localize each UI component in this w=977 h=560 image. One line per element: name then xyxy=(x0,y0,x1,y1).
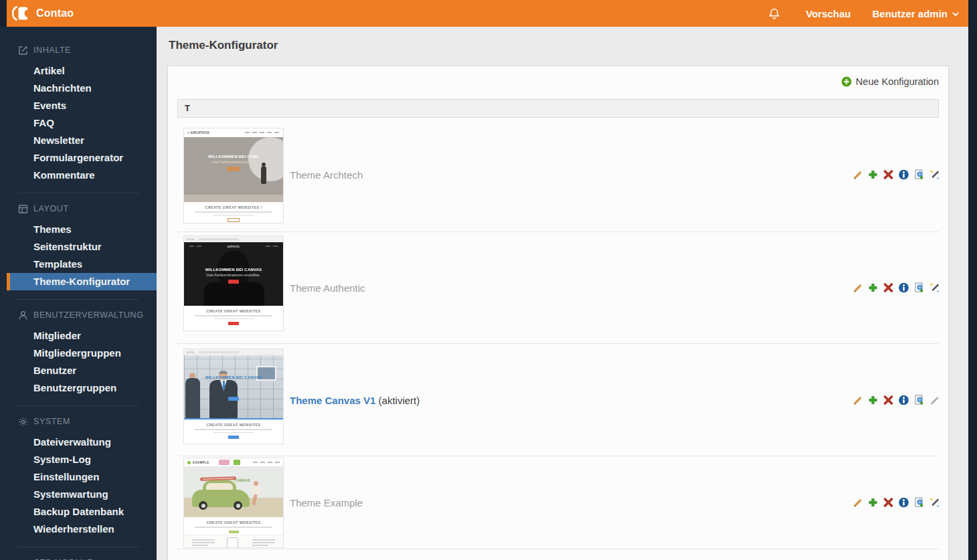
theme-row-archtech: + ARCHTECH WILLKOMMEN BEI CANV Viele Far… xyxy=(177,118,939,232)
edit-pencil-icon[interactable] xyxy=(852,497,863,508)
apply-wand-icon[interactable] xyxy=(929,497,940,508)
edit-pencil-icon[interactable] xyxy=(852,169,863,181)
activated-label: (aktiviert) xyxy=(375,394,420,405)
duplicate-plus-icon[interactable] xyxy=(867,497,879,508)
sidebar-item-theme-konfigurator[interactable]: Theme-Konfigurator xyxy=(7,273,157,290)
sidebar-item-wiederherstellen[interactable]: Wiederherstellen xyxy=(0,521,157,538)
sidebar-item-newsletter[interactable]: Newsletter xyxy=(0,132,157,149)
panel-toolbar: Neue Konfiguration xyxy=(168,66,948,99)
apply-wand-icon-disabled xyxy=(929,394,940,405)
duplicate-plus-icon[interactable] xyxy=(867,169,879,181)
apply-wand-icon[interactable] xyxy=(929,282,940,294)
delete-x-icon[interactable] xyxy=(883,169,894,181)
sidebar-item-dateiverwaltung[interactable]: Dateiverwaltung xyxy=(0,434,157,451)
chevron-down-icon xyxy=(952,12,959,17)
sidebar-item-mitgliedergruppen[interactable]: Mitgliedergruppen xyxy=(0,345,157,362)
duplicate-plus-icon[interactable] xyxy=(867,282,879,294)
apply-wand-icon[interactable] xyxy=(929,169,940,181)
edit-icon xyxy=(17,45,28,56)
section-layout: LAYOUT xyxy=(0,200,157,217)
row-actions xyxy=(852,497,940,508)
topbar: Contao Vorschau Benutzer admin xyxy=(7,0,968,27)
theme-name: Theme Canvas V1 (aktiviert) xyxy=(290,394,420,405)
theme-name-link[interactable]: Theme Canvas V1 xyxy=(290,394,375,405)
row-actions xyxy=(852,394,940,405)
main-content: Theme-Konfigurator Neue Konfiguration T … xyxy=(157,27,968,560)
sidebar-item-kommentare[interactable]: Kommentare xyxy=(0,167,157,184)
theme-row-canvas-v1: WILLKOMMEN BEI CANVAS CREATE GREAT WEBSI… xyxy=(177,344,939,456)
sidebar-divider xyxy=(17,193,139,193)
info-icon[interactable] xyxy=(898,282,909,294)
theme-name: Theme Authentic xyxy=(290,282,365,294)
info-icon[interactable] xyxy=(898,394,909,405)
section-benutzerverwaltung: BENUTZERVERWALTUNG xyxy=(0,306,157,324)
theme-thumbnail-canvas-v1: WILLKOMMEN BEI CANVAS CREATE GREAT WEBSI… xyxy=(183,349,284,444)
sidebar-item-faq[interactable]: FAQ xyxy=(0,114,157,132)
info-icon[interactable] xyxy=(898,497,909,508)
theme-thumbnail-archtech: + ARCHTECH WILLKOMMEN BEI CANV Viele Far… xyxy=(183,128,284,223)
sidebar-item-templates[interactable]: Templates xyxy=(0,256,157,273)
sidebar-item-mitglieder[interactable]: Mitglieder xyxy=(0,327,157,345)
sidebar-item-nachrichten[interactable]: Nachrichten xyxy=(0,80,157,97)
theme-list-panel: Neue Konfiguration T + ARCHTECH WILLKOMM… xyxy=(167,66,949,560)
sidebar-item-backup-datenbank[interactable]: Backup Datenbank xyxy=(0,503,157,521)
sidebar-divider xyxy=(17,547,139,547)
page-title: Theme-Konfigurator xyxy=(169,39,278,52)
sidebar-item-seitenstruktur[interactable]: Seitenstruktur xyxy=(0,238,157,256)
import-theme-icon[interactable] xyxy=(913,282,925,294)
sidebar: INHALTE Artikel Nachrichten Events FAQ N… xyxy=(0,27,157,560)
delete-x-icon[interactable] xyxy=(883,394,894,405)
delete-x-icon[interactable] xyxy=(883,282,894,294)
duplicate-plus-icon[interactable] xyxy=(867,394,879,405)
user-menu[interactable]: Benutzer admin xyxy=(872,8,959,19)
user-icon xyxy=(17,310,28,320)
user-menu-label: Benutzer admin xyxy=(872,8,948,19)
theme-name: Theme Archtech xyxy=(290,169,363,181)
plus-circle-icon xyxy=(841,76,852,87)
delete-x-icon[interactable] xyxy=(883,497,894,508)
sidebar-item-formulargenerator[interactable]: Formulargenerator xyxy=(0,149,157,167)
sidebar-item-artikel[interactable]: Artikel xyxy=(0,62,157,80)
theme-name: Theme Example xyxy=(290,497,363,508)
row-actions xyxy=(852,282,940,294)
section-cts-module: CTS-MODULE xyxy=(0,554,157,560)
section-system: SYSTEM xyxy=(0,413,157,430)
edit-pencil-icon[interactable] xyxy=(852,282,863,294)
sidebar-item-systemwartung[interactable]: Systemwartung xyxy=(0,486,157,503)
sidebar-item-einstellungen[interactable]: Einstellungen xyxy=(0,468,157,486)
sidebar-divider xyxy=(17,405,139,406)
gear-icon xyxy=(17,416,28,427)
info-icon[interactable] xyxy=(898,169,909,181)
theme-thumbnail-authentic: authentic WILLKOMMEN BEI CANVAS Viele Fa… xyxy=(183,236,284,331)
sidebar-divider xyxy=(17,299,139,300)
group-header-T: T xyxy=(177,99,939,118)
layout-icon xyxy=(17,203,28,214)
row-actions xyxy=(852,169,940,181)
sidebar-item-benutzergruppen[interactable]: Benutzergruppen xyxy=(0,379,157,397)
sidebar-item-events[interactable]: Events xyxy=(0,97,157,114)
section-inhalte: INHALTE xyxy=(0,41,157,59)
theme-row-example: EXAMPLE CANVAS CREATE GREAT WEBSITES xyxy=(177,456,939,549)
window-edge xyxy=(968,0,977,560)
brand-title: Contao xyxy=(36,7,74,19)
sidebar-item-themes[interactable]: Themes xyxy=(0,221,157,238)
sidebar-item-system-log[interactable]: System-Log xyxy=(0,451,157,468)
new-configuration-button[interactable]: Neue Konfiguration xyxy=(841,76,939,87)
sidebar-item-benutzer[interactable]: Benutzer xyxy=(0,362,157,379)
contao-logo-icon[interactable] xyxy=(12,5,30,22)
theme-row-authentic: authentic WILLKOMMEN BEI CANVAS Viele Fa… xyxy=(177,232,939,344)
edit-pencil-icon[interactable] xyxy=(852,394,863,405)
import-theme-icon[interactable] xyxy=(913,394,925,405)
import-theme-icon[interactable] xyxy=(913,497,925,508)
import-theme-icon[interactable] xyxy=(913,169,925,181)
notifications-bell-icon[interactable] xyxy=(768,7,780,20)
theme-thumbnail-example: EXAMPLE CANVAS CREATE GREAT WEBSITES xyxy=(183,458,284,548)
preview-link[interactable]: Vorschau xyxy=(806,8,851,19)
